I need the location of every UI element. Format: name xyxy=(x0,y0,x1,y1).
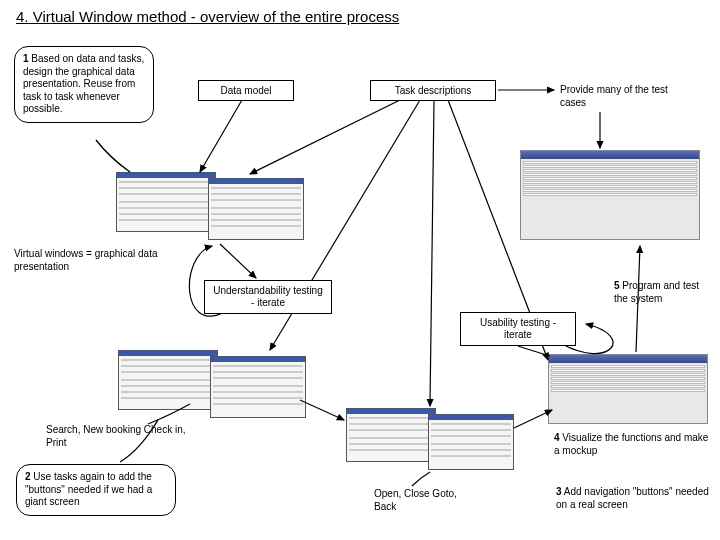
step3-label: 3 Add navigation "buttons" needed on a r… xyxy=(556,486,716,511)
provide-tests-label: Provide many of the test cases xyxy=(560,84,680,109)
svg-line-0 xyxy=(200,100,242,172)
svg-line-1 xyxy=(250,100,400,174)
step1-bubble: 1 Based on data and tasks, design the gr… xyxy=(14,46,154,123)
screenshot-vw-pair-3 xyxy=(346,408,516,472)
screenshot-vw-pair-2 xyxy=(118,350,308,420)
step2-bubble: 2 Use tasks again to add the "buttons" n… xyxy=(16,464,176,516)
vw-label: Virtual windows = graphical data present… xyxy=(14,248,194,273)
step5-text: Program and test the system xyxy=(614,280,699,304)
data-model-box: Data model xyxy=(198,80,294,101)
step4-label: 4 Visualize the functions and make a moc… xyxy=(554,432,714,457)
step5-label: 5 Program and test the system xyxy=(614,280,714,305)
step2-text: Use tasks again to add the "buttons" nee… xyxy=(25,471,152,507)
screenshot-hotel-system xyxy=(548,354,708,424)
understandability-box: Understandability testing - iterate xyxy=(204,280,332,314)
screenshot-vw-pair xyxy=(116,172,306,242)
screenshot-find-guest xyxy=(520,150,700,240)
svg-line-7 xyxy=(220,244,256,278)
usability-box: Usability testing - iterate xyxy=(460,312,576,346)
svg-line-9 xyxy=(514,410,552,428)
search-label: Search, New booking Check in, Print xyxy=(46,424,186,449)
step4-text: Visualize the functions and make a mocku… xyxy=(554,432,708,456)
task-desc-box: Task descriptions xyxy=(370,80,496,101)
step1-text: Based on data and tasks, design the grap… xyxy=(23,53,144,114)
svg-line-3 xyxy=(430,100,434,406)
page-title: 4. Virtual Window method - overview of t… xyxy=(16,8,399,25)
open-close-label: Open, Close Goto, Back xyxy=(374,488,474,513)
step3-text: Add navigation "buttons" needed on a rea… xyxy=(556,486,709,510)
